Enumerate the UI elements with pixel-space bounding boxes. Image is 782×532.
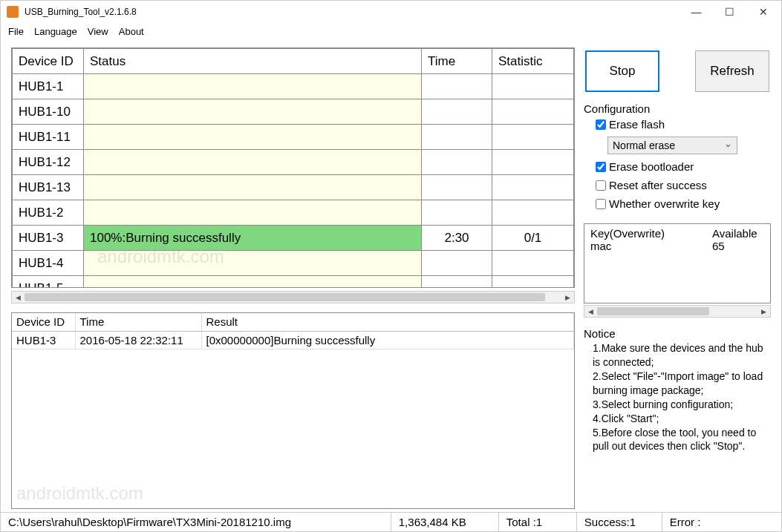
col-device-id[interactable]: Device ID bbox=[13, 49, 84, 74]
cell-device-id: HUB1-4 bbox=[13, 251, 84, 276]
table-row[interactable]: HUB1-13 bbox=[13, 175, 574, 200]
cell-status: 100%:Burning successfully bbox=[84, 226, 422, 251]
cell-time: 2:30 bbox=[422, 226, 492, 251]
notice-line: 4.Click "Start"; bbox=[593, 412, 771, 426]
device-table[interactable]: Device ID Status Time Statistic HUB1-1HU… bbox=[12, 48, 574, 288]
cell-time bbox=[422, 125, 492, 150]
table-row[interactable]: HUB1-3100%:Burning successfully2:300/1 bbox=[13, 226, 574, 251]
cell-status bbox=[84, 276, 422, 289]
app-icon bbox=[7, 6, 19, 18]
log-result: [0x00000000]Burning successfully bbox=[201, 331, 574, 349]
keybox-hscroll[interactable]: ◀ ▶ bbox=[584, 305, 771, 318]
log-table-wrap: androidmtk.com Device ID Time Result HUB… bbox=[11, 312, 575, 509]
cell-time bbox=[422, 276, 492, 289]
available-header: Available bbox=[712, 227, 764, 240]
cell-time bbox=[422, 251, 492, 276]
table-row[interactable]: HUB1-2 bbox=[13, 200, 574, 226]
refresh-button[interactable]: Refresh bbox=[695, 50, 769, 92]
cell-device-id: HUB1-12 bbox=[13, 150, 84, 175]
log-device: HUB1-3 bbox=[12, 331, 75, 349]
cell-statistic bbox=[492, 200, 574, 226]
titlebar: USB_Burning_Tool_v2.1.6.8 — ☐ ✕ bbox=[1, 1, 781, 23]
cell-status bbox=[84, 200, 422, 226]
device-table-hscroll[interactable]: ◀ ▶ bbox=[11, 291, 575, 303]
log-row[interactable]: HUB1-32016-05-18 22:32:11[0x00000000]Bur… bbox=[12, 331, 574, 349]
scroll-thumb[interactable] bbox=[25, 293, 545, 301]
device-table-wrap: androidmtk.com Device ID Status Time Sta… bbox=[11, 47, 575, 303]
cell-statistic bbox=[492, 276, 574, 289]
cell-device-id: HUB1-11 bbox=[13, 125, 84, 150]
status-total: Total :1 bbox=[499, 513, 577, 531]
cell-time bbox=[422, 200, 492, 226]
cell-statistic bbox=[492, 150, 574, 175]
window-title: USB_Burning_Tool_v2.1.6.8 bbox=[25, 7, 137, 17]
table-row[interactable]: HUB1-4 bbox=[13, 251, 574, 276]
log-table[interactable]: Device ID Time Result HUB1-32016-05-18 2… bbox=[12, 313, 574, 349]
menu-about[interactable]: About bbox=[119, 26, 144, 37]
col-time[interactable]: Time bbox=[422, 49, 492, 74]
cell-time bbox=[422, 175, 492, 200]
table-row[interactable]: HUB1-5 bbox=[13, 276, 574, 289]
notice-line: 2.Select "File"-"Import image" to load b… bbox=[593, 370, 771, 398]
cell-device-id: HUB1-3 bbox=[13, 226, 84, 251]
erase-flash-checkbox[interactable]: Erase flash bbox=[584, 115, 771, 134]
scroll-left-icon[interactable]: ◀ bbox=[12, 291, 25, 303]
log-col-time[interactable]: Time bbox=[75, 313, 201, 331]
reset-checkbox[interactable]: Reset after success bbox=[584, 176, 771, 194]
notice-line: 1.Make sure the devices and the hub is c… bbox=[593, 341, 771, 370]
menu-file[interactable]: File bbox=[8, 26, 24, 37]
stop-button[interactable]: Stop bbox=[585, 50, 659, 92]
notice-title: Notice bbox=[584, 326, 771, 341]
table-row[interactable]: HUB1-12 bbox=[13, 150, 574, 175]
close-button[interactable]: ✕ bbox=[746, 1, 780, 22]
status-size: 1,363,484 KB bbox=[391, 513, 499, 531]
menu-view[interactable]: View bbox=[88, 26, 108, 37]
key-value: 65 bbox=[712, 240, 764, 252]
cell-status bbox=[84, 175, 422, 200]
col-statistic[interactable]: Statistic bbox=[492, 49, 574, 74]
cell-status bbox=[84, 74, 422, 99]
minimize-button[interactable]: — bbox=[680, 1, 713, 22]
overwrite-checkbox[interactable]: Whether overwrite key bbox=[584, 194, 771, 213]
cell-statistic bbox=[492, 175, 574, 200]
cell-statistic bbox=[492, 125, 574, 150]
menubar: File Language View About bbox=[1, 23, 781, 40]
table-row[interactable]: HUB1-10 bbox=[13, 99, 574, 125]
log-col-device[interactable]: Device ID bbox=[12, 313, 75, 331]
key-name: mac bbox=[590, 240, 712, 252]
scroll-right-icon[interactable]: ▶ bbox=[561, 291, 574, 303]
notice-line: 3.Select burning configuration; bbox=[593, 398, 771, 412]
cell-status bbox=[84, 251, 422, 276]
cell-device-id: HUB1-10 bbox=[13, 99, 84, 125]
cell-device-id: HUB1-1 bbox=[13, 74, 84, 99]
cell-time bbox=[422, 74, 492, 99]
key-overwrite-box: Key(Overwrite) Available mac 65 bbox=[584, 223, 771, 303]
menu-language[interactable]: Language bbox=[34, 26, 77, 37]
erase-mode-select[interactable]: Normal erase bbox=[607, 137, 737, 154]
config-title: Configuration bbox=[584, 102, 771, 115]
table-row[interactable]: HUB1-11 bbox=[13, 125, 574, 150]
scroll-thumb[interactable] bbox=[597, 307, 709, 315]
table-row[interactable]: HUB1-1 bbox=[13, 74, 574, 99]
notice-line: 5.Before close the tool, you need to pul… bbox=[593, 426, 771, 454]
cell-statistic: 0/1 bbox=[492, 226, 574, 251]
maximize-button[interactable]: ☐ bbox=[713, 1, 746, 22]
key-header: Key(Overwrite) bbox=[590, 227, 712, 240]
scroll-left-icon[interactable]: ◀ bbox=[584, 305, 597, 318]
cell-statistic bbox=[492, 99, 574, 125]
col-status[interactable]: Status bbox=[84, 49, 422, 74]
cell-time bbox=[422, 150, 492, 175]
erase-bootloader-checkbox[interactable]: Erase bootloader bbox=[584, 157, 771, 176]
cell-status bbox=[84, 150, 422, 175]
cell-statistic bbox=[492, 251, 574, 276]
log-time: 2016-05-18 22:32:11 bbox=[75, 331, 201, 349]
log-col-result[interactable]: Result bbox=[201, 313, 574, 331]
cell-status bbox=[84, 125, 422, 150]
cell-statistic bbox=[492, 74, 574, 99]
status-error: Error : bbox=[662, 513, 781, 531]
watermark: androidmtk.com bbox=[16, 483, 143, 504]
notice-panel: Notice 1.Make sure the devices and the h… bbox=[584, 324, 771, 509]
status-success: Success:1 bbox=[577, 513, 662, 531]
cell-device-id: HUB1-5 bbox=[13, 276, 84, 289]
scroll-right-icon[interactable]: ▶ bbox=[757, 305, 770, 318]
